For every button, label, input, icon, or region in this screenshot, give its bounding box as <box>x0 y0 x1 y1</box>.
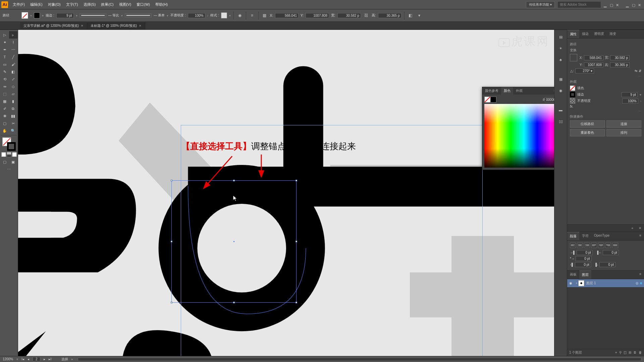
dock-brushes-icon[interactable]: ✶ <box>557 45 565 52</box>
prop-w-input[interactable] <box>610 55 630 60</box>
prop-x-input[interactable] <box>584 55 603 60</box>
style-swatch[interactable] <box>221 12 227 18</box>
fill-stroke-swatch[interactable] <box>2 137 16 151</box>
hand-tool[interactable]: ✋ <box>1 127 9 134</box>
stroke-profile-basic[interactable] <box>125 13 152 17</box>
y-input[interactable] <box>306 13 329 18</box>
tab-transparency[interactable]: 透明度 <box>591 30 607 38</box>
fill-swatch[interactable] <box>21 12 28 19</box>
indent-right-input[interactable] <box>603 250 619 255</box>
symbol-sprayer-tool[interactable]: ❋ <box>1 112 9 120</box>
tab-artboards[interactable]: 画板 <box>567 270 579 279</box>
indent-left-input[interactable] <box>577 250 593 255</box>
screen-mode-full[interactable]: ▣ <box>9 158 17 166</box>
more-options-icon[interactable]: ⋯ <box>570 74 641 78</box>
isolate-icon[interactable]: ◧ <box>407 12 414 19</box>
layer-row[interactable]: ◉ › 图层 1 ◎ <box>567 279 644 288</box>
doc-minimize-icon[interactable]: ▁ <box>604 3 608 6</box>
tab-appearance[interactable]: 外观 <box>513 87 525 95</box>
workspace-switcher[interactable]: 传统基本功能 ▾ <box>526 1 555 8</box>
flip-v-icon[interactable]: ⇵ <box>639 69 641 73</box>
tab-color[interactable]: 颜色 <box>501 87 513 95</box>
selection-bounding-box[interactable] <box>171 180 297 303</box>
make-clip-icon[interactable]: ◫ <box>624 351 627 355</box>
color-spectrum[interactable] <box>484 104 554 168</box>
tab-opentype[interactable]: OpenType <box>591 232 612 240</box>
tab-gradient[interactable]: 渐变 <box>607 30 619 38</box>
curvature-tool[interactable]: 〰 <box>9 46 17 53</box>
layer-name[interactable]: 图层 1 <box>586 281 596 286</box>
app-maximize-icon[interactable]: ▢ <box>632 3 637 6</box>
new-layer-icon[interactable]: 🗎 <box>633 351 637 355</box>
color-mode-solid[interactable] <box>1 152 6 157</box>
horizontal-scrollbar[interactable] <box>78 358 641 361</box>
slice-tool[interactable]: ✂ <box>9 120 17 127</box>
align-icon[interactable]: ≡ <box>249 12 256 19</box>
zoom-level[interactable]: 1200% <box>3 357 13 361</box>
artboard-nav-last-icon[interactable]: ▸I <box>49 357 51 361</box>
menu-window[interactable]: 窗口(W) <box>134 1 153 8</box>
artboard-number[interactable]: 2 <box>33 357 41 361</box>
flip-h-icon[interactable]: ⇋ <box>635 69 637 73</box>
tab-stroke[interactable]: 描边 <box>579 30 591 38</box>
color-fill-none-swatch[interactable] <box>484 97 490 103</box>
tab-paragraph[interactable]: 段落 <box>567 232 579 240</box>
gradient-tool[interactable]: ▮ <box>9 98 17 105</box>
tab-document-2[interactable]: 未标题-1* @ 100% (RGB/预览) ✕ <box>87 22 145 29</box>
artboard-tool[interactable]: ▢ <box>1 120 9 127</box>
expand-icon[interactable]: › <box>576 281 577 285</box>
perspective-tool[interactable]: ▱ <box>9 90 17 98</box>
rotate-tool[interactable]: ⟲ <box>1 75 9 83</box>
tab-close-icon[interactable]: ✕ <box>139 24 142 27</box>
indent-first-input[interactable] <box>576 256 592 261</box>
delete-layer-icon[interactable]: 🗑 <box>639 351 642 355</box>
locate-layer-icon[interactable]: ⌖ <box>615 351 617 355</box>
paintbrush-tool[interactable]: 🖌 <box>9 61 17 68</box>
para-collapse-icon[interactable]: « <box>629 225 636 232</box>
visibility-icon[interactable]: ◉ <box>569 281 574 285</box>
appearance-stroke-input[interactable] <box>622 92 638 97</box>
space-after-input[interactable] <box>599 262 615 267</box>
appearance-stroke-swatch[interactable] <box>570 92 575 97</box>
menu-select[interactable]: 选择(S) <box>81 1 99 8</box>
mesh-tool[interactable]: ▦ <box>1 98 9 105</box>
menu-help[interactable]: 帮助(H) <box>153 1 170 8</box>
rectangle-tool[interactable]: ▭ <box>1 61 9 68</box>
appearance-opacity-swatch[interactable] <box>570 98 575 104</box>
para-menu-icon[interactable]: ≡ <box>637 232 644 240</box>
menu-effect[interactable]: 效果(C) <box>98 1 116 8</box>
appearance-opacity-input[interactable] <box>622 99 638 104</box>
prop-angle-input[interactable] <box>575 68 594 73</box>
edit-toolbar[interactable]: ⋯ <box>1 166 17 173</box>
tab-properties[interactable]: 属性 <box>567 30 579 38</box>
eraser-tool[interactable]: ◧ <box>9 68 17 75</box>
app-minimize-icon[interactable]: ▁ <box>626 3 631 6</box>
reference-point-icon[interactable] <box>570 54 577 61</box>
justify-right-icon[interactable] <box>605 243 611 248</box>
recolor-icon[interactable]: ◉ <box>236 12 243 19</box>
zoom-tool[interactable]: 🔍 <box>9 127 17 134</box>
more-icon[interactable]: ▾ <box>416 12 423 19</box>
justify-left-icon[interactable] <box>591 243 597 248</box>
line-tool[interactable]: ╱ <box>9 53 17 61</box>
transform-icon[interactable]: ▦ <box>261 12 268 19</box>
menu-object[interactable]: 对象(O) <box>45 1 63 8</box>
blend-tool[interactable]: ⧉ <box>9 105 17 112</box>
tab-character[interactable]: 字符 <box>579 232 591 240</box>
artboard-nav-next-icon[interactable]: ▸ <box>44 357 45 361</box>
artboard-nav-prev-icon[interactable]: ◂ <box>28 357 29 361</box>
magic-wand-tool[interactable]: ✦ <box>1 39 9 46</box>
scale-tool[interactable]: ⤢ <box>9 75 17 83</box>
tab-color-guide[interactable]: 颜色参考 <box>482 87 501 95</box>
align-left-icon[interactable] <box>570 243 576 248</box>
width-tool[interactable]: ⇔ <box>1 83 9 90</box>
quick-arrange[interactable]: 排列 <box>606 129 642 136</box>
stock-search[interactable]: 搜索 Adobe Stock <box>557 1 601 8</box>
w-input[interactable] <box>337 13 361 18</box>
dock-color-icon[interactable]: ◉ <box>557 87 565 94</box>
stroke-swatch[interactable] <box>34 12 40 18</box>
menu-file[interactable]: 文件(F) <box>10 1 28 8</box>
appearance-more-icon[interactable]: ⋯ <box>570 109 641 113</box>
doc-restore-icon[interactable]: ▢ <box>610 3 614 6</box>
canvas-area[interactable]: 【直接选择工具】调整锚点，将笔画连接起来 颜色参考 颜色 外观 » ≡ <box>18 30 554 356</box>
